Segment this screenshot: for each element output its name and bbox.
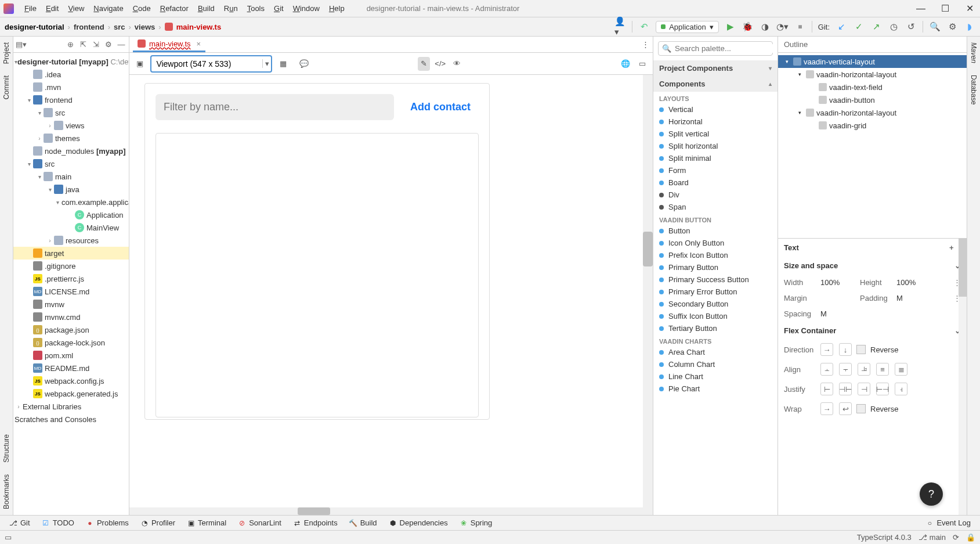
bottom-problems[interactable]: ●Problems bbox=[81, 517, 133, 528]
palette-item[interactable]: Icon Only Button bbox=[653, 237, 778, 249]
hide-icon[interactable]: — bbox=[116, 40, 126, 49]
gutter-bookmarks[interactable]: Bookmarks bbox=[2, 469, 10, 515]
project-tree[interactable]: ▾ designer-tutorial [myapp] C:\dev\ .ide… bbox=[13, 53, 129, 515]
tree-item[interactable]: ▾src bbox=[13, 106, 129, 119]
gear-icon[interactable]: ⚙ bbox=[103, 40, 114, 49]
panel-icon[interactable]: ▭ bbox=[637, 57, 648, 71]
gutter-structure[interactable]: Structure bbox=[2, 428, 10, 469]
frame-icon[interactable]: ▣ bbox=[134, 57, 146, 71]
design-canvas[interactable]: Add contact bbox=[144, 83, 490, 420]
tree-item[interactable]: ›views bbox=[13, 119, 129, 132]
palette-item[interactable]: Tertiary Button bbox=[653, 322, 778, 334]
tabs-menu-icon[interactable]: ⋮ bbox=[642, 40, 649, 49]
palette-item[interactable]: Board bbox=[653, 176, 778, 189]
git-commit-icon[interactable]: ✓ bbox=[853, 21, 865, 33]
settings-icon[interactable]: ⚙ bbox=[946, 21, 958, 33]
props-text-section[interactable]: Text +› bbox=[778, 239, 967, 257]
reverse-checkbox[interactable] bbox=[856, 345, 866, 354]
palette-item[interactable]: Pie Chart bbox=[653, 383, 778, 395]
palette-item[interactable]: Split vertical bbox=[653, 128, 778, 140]
add-contact-button[interactable]: Add contact bbox=[402, 95, 479, 119]
bottom-todo[interactable]: ☑TODO bbox=[37, 517, 79, 528]
justify-center-icon[interactable]: ⊣⊢ bbox=[839, 383, 852, 395]
align-end-icon[interactable]: ⫡ bbox=[858, 363, 870, 376]
viewport-dropdown[interactable]: ▾ bbox=[150, 55, 272, 73]
tree-item[interactable]: ▾com.example.applica bbox=[13, 196, 129, 208]
menu-window[interactable]: Window bbox=[288, 2, 324, 15]
palette-section-project[interactable]: Project Components▾ bbox=[653, 60, 778, 76]
tree-item[interactable]: ▾src bbox=[13, 157, 129, 170]
outline-item[interactable]: vaadin-button bbox=[778, 93, 967, 106]
outline-item[interactable]: ▾vaadin-horizontal-layout bbox=[778, 68, 967, 81]
tree-item[interactable]: ›themes bbox=[13, 132, 129, 145]
bottom-endpoints[interactable]: ⇄Endpoints bbox=[288, 517, 342, 528]
outline-item[interactable]: vaadin-text-field bbox=[778, 81, 967, 93]
tree-item[interactable]: ▾java bbox=[13, 183, 129, 196]
menu-navigate[interactable]: Navigate bbox=[89, 2, 128, 15]
gutter-commit[interactable]: Commit bbox=[2, 70, 10, 105]
palette-item[interactable]: Column Chart bbox=[653, 358, 778, 370]
gutter-database[interactable]: Database bbox=[970, 69, 978, 110]
search-icon[interactable]: 🔍 bbox=[929, 21, 941, 33]
menu-run[interactable]: Run bbox=[219, 2, 243, 15]
width-field[interactable]: 100% bbox=[820, 278, 855, 287]
status-branch[interactable]: ⎇ main bbox=[918, 533, 946, 542]
tree-item[interactable]: mvnw.cmd bbox=[13, 311, 129, 323]
tree-item[interactable]: {}package-lock.json bbox=[13, 336, 129, 349]
breadcrumb[interactable]: designer-tutorial› frontend› src› views›… bbox=[5, 23, 221, 31]
bottom-build[interactable]: 🔨Build bbox=[345, 517, 382, 528]
add-icon[interactable]: + bbox=[949, 243, 954, 252]
gutter-maven[interactable]: Maven bbox=[970, 37, 978, 69]
wrap-reverse-checkbox[interactable] bbox=[856, 404, 866, 413]
hammer-icon[interactable]: ↶ bbox=[638, 21, 650, 33]
status-lang[interactable]: TypeScript 4.0.3 bbox=[857, 533, 912, 542]
palette-item[interactable]: Horizontal bbox=[653, 116, 778, 128]
palette-item[interactable]: Form bbox=[653, 164, 778, 176]
tree-item[interactable]: node_modules [myapp] bbox=[13, 145, 129, 157]
direction-col-icon[interactable]: ↓ bbox=[839, 343, 852, 356]
tree-item[interactable]: mvnw bbox=[13, 298, 129, 311]
filter-input[interactable] bbox=[156, 94, 394, 120]
palette-section-components[interactable]: Components▴ bbox=[653, 76, 778, 92]
palette-item[interactable]: Primary Button bbox=[653, 261, 778, 273]
palette-item[interactable]: Primary Success Button bbox=[653, 273, 778, 286]
palette-item[interactable]: Prefix Icon Button bbox=[653, 249, 778, 261]
palette-item[interactable]: Split minimal bbox=[653, 152, 778, 164]
outline-item[interactable]: vaadin-grid bbox=[778, 119, 967, 132]
collapse-icon[interactable]: ⇲ bbox=[91, 40, 101, 49]
palette-item[interactable]: Suffix Icon Button bbox=[653, 310, 778, 322]
plugin-icon[interactable]: ◗ bbox=[964, 21, 975, 33]
palette-search-input[interactable] bbox=[675, 44, 773, 53]
palette-item[interactable]: Area Chart bbox=[653, 346, 778, 358]
menu-view[interactable]: View bbox=[63, 2, 89, 15]
user-icon[interactable]: 👤▾ bbox=[614, 21, 626, 33]
close-icon[interactable]: ✕ bbox=[963, 3, 977, 14]
menu-help[interactable]: Help bbox=[324, 2, 349, 15]
bottom-git[interactable]: ⎇Git bbox=[5, 517, 35, 528]
spacing-field[interactable]: M bbox=[820, 309, 855, 318]
props-flex-section[interactable]: Flex Container ⌄ bbox=[778, 322, 967, 340]
tree-item[interactable]: ›resources bbox=[13, 234, 129, 247]
status-icon[interactable]: ▭ bbox=[5, 533, 12, 542]
tree-item[interactable]: .idea bbox=[13, 68, 129, 81]
bottom-dependencies[interactable]: ⬢Dependencies bbox=[384, 517, 453, 528]
minimize-icon[interactable]: — bbox=[914, 3, 928, 14]
git-push-icon[interactable]: ↗ bbox=[870, 21, 882, 33]
props-size-section[interactable]: Size and space ⌄ bbox=[778, 257, 967, 275]
menu-edit[interactable]: Edit bbox=[41, 2, 63, 15]
align-stretch-icon[interactable]: ≡ bbox=[876, 363, 889, 376]
padding-field[interactable]: M bbox=[896, 294, 931, 302]
outline-item[interactable]: ▾vaadin-horizontal-layout bbox=[778, 106, 967, 119]
canvas-vscrollbar[interactable] bbox=[643, 75, 653, 507]
palette-item[interactable]: Div bbox=[653, 189, 778, 201]
tab-main-view[interactable]: main-view.ts × bbox=[133, 37, 205, 52]
comment-icon[interactable]: 💬 bbox=[298, 57, 310, 71]
bottom-eventlog[interactable]: ○Event Log bbox=[921, 517, 975, 528]
maximize-icon[interactable]: ☐ bbox=[938, 3, 952, 14]
props-vscrollbar[interactable] bbox=[959, 239, 967, 515]
status-lock-icon[interactable]: 🔒 bbox=[966, 533, 975, 542]
justify-end-icon[interactable]: ⊣ bbox=[858, 383, 870, 395]
menu-refactor[interactable]: Refactor bbox=[156, 2, 193, 15]
tree-item[interactable]: {}package.json bbox=[13, 323, 129, 336]
status-sync-icon[interactable]: ⟳ bbox=[953, 533, 959, 542]
